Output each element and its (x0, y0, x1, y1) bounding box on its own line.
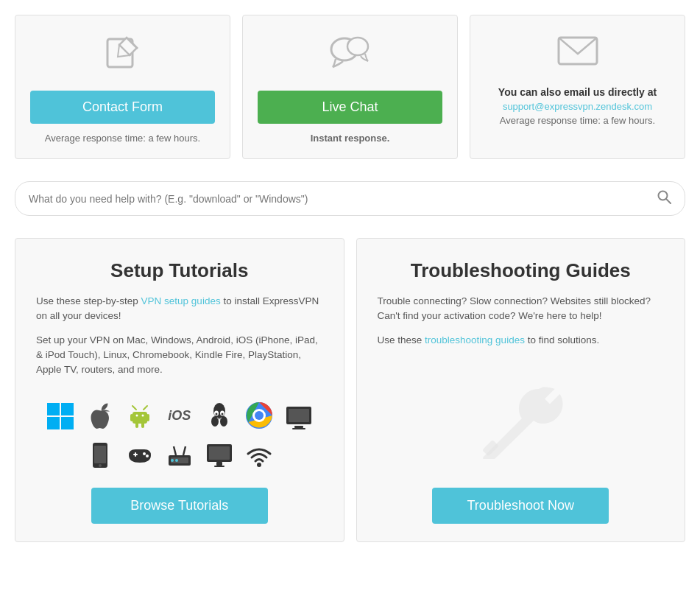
svg-rect-11 (132, 412, 147, 424)
svg-point-51 (257, 463, 261, 467)
setup-tutorials-title: Setup Tutorials (110, 259, 248, 282)
browse-tutorials-button[interactable]: Browse Tutorials (91, 488, 268, 524)
svg-point-45 (171, 459, 174, 462)
svg-point-25 (215, 413, 217, 415)
svg-rect-32 (294, 426, 303, 428)
contact-form-card: Contact Form Average response time: a fe… (15, 15, 230, 159)
setup-tutorials-intro: Use these step-by-step VPN setup guides … (36, 294, 323, 324)
contact-form-response: Average response time: a few hours. (45, 133, 201, 144)
wrench-icon (378, 371, 665, 474)
guide-suffix: to find solutions. (525, 334, 599, 345)
svg-line-6 (666, 199, 671, 203)
ios-icon: iOS (162, 398, 197, 433)
svg-rect-15 (141, 422, 144, 428)
router-icon (162, 438, 197, 473)
svg-rect-14 (135, 422, 138, 428)
troubleshooting-title: Troubleshooting Guides (411, 259, 631, 282)
email-title: You can also email us directly at (498, 86, 657, 98)
svg-point-39 (143, 452, 146, 455)
svg-point-3 (347, 38, 368, 55)
search-input[interactable] (29, 193, 657, 205)
troubleshooting-guide-text: Use these troubleshooting guides to find… (378, 333, 665, 348)
apple-icon (82, 398, 118, 433)
svg-point-46 (175, 459, 178, 462)
os-icons-grid: iOS (36, 398, 323, 473)
email-card: You can also email us directly at suppor… (470, 15, 685, 159)
svg-rect-8 (61, 403, 74, 415)
wifi-icon (241, 438, 277, 473)
guide-prefix: Use these (378, 334, 425, 345)
chat-icon (328, 33, 372, 79)
svg-rect-13 (146, 414, 149, 421)
live-chat-card: Live Chat Instant response. (242, 15, 458, 159)
svg-line-17 (144, 406, 147, 410)
svg-rect-48 (209, 446, 230, 460)
search-container (15, 181, 685, 216)
email-address-link[interactable]: support@expressvpn.zendesk.com (503, 101, 652, 112)
contact-cards-row: Contact Form Average response time: a fe… (15, 15, 685, 159)
android-icon (122, 398, 158, 433)
edit-icon (103, 33, 143, 79)
svg-line-43 (174, 446, 176, 455)
svg-rect-35 (94, 446, 106, 463)
monitor-icon (202, 438, 237, 473)
mail-icon (556, 33, 600, 74)
svg-point-29 (255, 411, 264, 420)
svg-line-44 (183, 446, 185, 455)
svg-rect-49 (216, 462, 222, 466)
linux-icon (202, 398, 237, 433)
svg-point-19 (141, 415, 144, 417)
troubleshooting-guides-card: Troubleshooting Guides Trouble connectin… (356, 238, 686, 542)
svg-point-40 (146, 455, 149, 457)
svg-rect-10 (61, 417, 74, 429)
svg-rect-9 (47, 417, 60, 429)
live-chat-button[interactable]: Live Chat (258, 91, 442, 124)
svg-rect-38 (135, 452, 136, 457)
troubleshoot-now-button[interactable]: Troubleshoot Now (432, 488, 609, 524)
vpn-setup-link[interactable]: VPN setup guides (141, 295, 221, 306)
svg-rect-33 (292, 428, 305, 429)
gamepad-icon (122, 438, 158, 473)
intro-prefix: Use these step-by-step (36, 295, 141, 306)
email-response: Average response time: a few hours. (500, 115, 656, 126)
phone-icon (82, 438, 118, 473)
setup-tutorials-desc: Set up your VPN on Mac, Windows, Android… (36, 333, 323, 378)
svg-rect-50 (214, 466, 225, 467)
tv-icon (281, 398, 317, 433)
search-icon (657, 189, 671, 208)
svg-rect-12 (130, 414, 133, 421)
troubleshooting-guides-link[interactable]: troubleshooting guides (425, 334, 525, 345)
live-chat-response: Instant response. (311, 133, 390, 144)
setup-tutorials-card: Setup Tutorials Use these step-by-step V… (15, 238, 344, 542)
troubleshooting-intro: Trouble connecting? Slow connection? Web… (378, 294, 665, 324)
svg-point-36 (99, 464, 102, 467)
svg-point-26 (221, 413, 223, 415)
svg-rect-31 (289, 409, 309, 422)
contact-form-button[interactable]: Contact Form (30, 91, 215, 124)
search-bar (15, 181, 685, 216)
guides-row: Setup Tutorials Use these step-by-step V… (15, 238, 685, 542)
svg-line-16 (132, 406, 136, 410)
svg-point-18 (135, 415, 138, 417)
chrome-icon (241, 398, 277, 433)
windows-icon (43, 398, 78, 433)
svg-rect-7 (47, 403, 60, 415)
